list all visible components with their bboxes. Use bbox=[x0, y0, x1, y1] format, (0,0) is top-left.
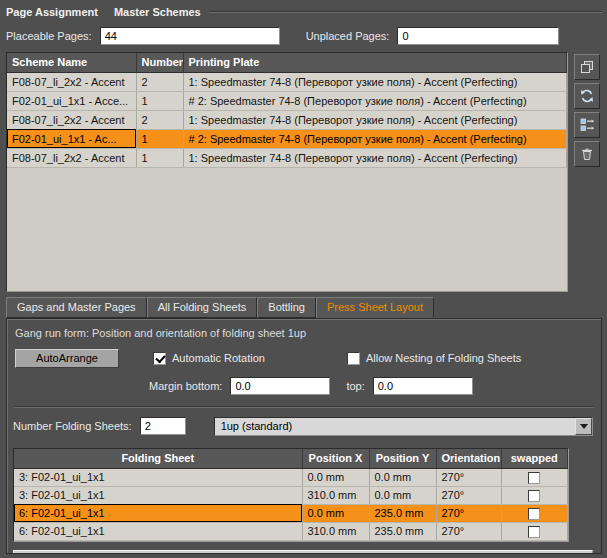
assign-icon bbox=[579, 117, 595, 133]
folding-row[interactable]: 6: F02-01_ui_1x1 310.0 mm 235.0 mm 270° bbox=[14, 522, 568, 540]
duplicate-button[interactable] bbox=[574, 54, 600, 80]
scheme-name-cell: F02-01_ui_1x1 - Ac... bbox=[7, 129, 136, 148]
folding-row-selected[interactable]: 6: F02-01_ui_1x1 0.0 mm 235.0 mm 270° bbox=[14, 504, 568, 522]
orientation-cell: 270° bbox=[436, 522, 501, 540]
number-folding-sheets-input[interactable] bbox=[140, 417, 186, 435]
col-folding-sheet[interactable]: Folding Sheet bbox=[14, 449, 302, 468]
trash-icon bbox=[579, 146, 595, 162]
position-x-cell: 310.0 mm bbox=[302, 522, 369, 540]
unplaced-pages-label: Unplaced Pages: bbox=[306, 30, 390, 42]
gang-run-description: Gang run form: Position and orientation … bbox=[15, 327, 595, 339]
chevron-down-icon[interactable] bbox=[575, 418, 592, 435]
scheme-row-selected[interactable]: F02-01_ui_1x1 - Ac... 1 # 2: Speedmaster… bbox=[7, 129, 567, 148]
orientation-cell: 270° bbox=[436, 468, 501, 486]
scheme-number-cell: 2 bbox=[136, 110, 183, 129]
scheme-row[interactable]: F08-07_li_2x2 - Accent 2 1: Speedmaster … bbox=[7, 72, 567, 91]
allow-nesting-label: Allow Nesting of Folding Sheets bbox=[366, 352, 521, 364]
automatic-rotation-group: Automatic Rotation bbox=[153, 352, 265, 365]
orientation-cell: 270° bbox=[436, 486, 501, 504]
scheme-number-cell: 2 bbox=[136, 72, 183, 91]
col-printing-plate[interactable]: Printing Plate bbox=[183, 53, 567, 72]
scheme-number-cell: 1 bbox=[136, 91, 183, 110]
scheme-row[interactable]: F02-01_ui_1x1 - Acce... 1 # 2: Speedmast… bbox=[7, 91, 567, 110]
swapped-cell bbox=[501, 504, 568, 522]
scheme-number-cell: 1 bbox=[136, 129, 183, 148]
refresh-button[interactable] bbox=[574, 83, 600, 109]
automatic-rotation-checkbox[interactable] bbox=[153, 352, 166, 365]
tab-bar: Gaps and Master Pages All Folding Sheets… bbox=[6, 297, 602, 318]
scheme-plate-cell: # 2: Speedmaster 74-8 (Переворот узкие п… bbox=[183, 129, 567, 148]
folding-sheet-cell: 3: F02-01_ui_1x1 bbox=[14, 486, 302, 504]
scheme-plate-cell: 1: Speedmaster 74-8 (Переворот узкие пол… bbox=[183, 110, 567, 129]
autoarrange-button[interactable]: AutoArrange bbox=[15, 349, 119, 368]
position-y-cell: 0.0 mm bbox=[369, 468, 436, 486]
position-y-cell: 235.0 mm bbox=[369, 504, 436, 522]
master-schemes-header[interactable]: Master Schemes bbox=[114, 6, 201, 18]
folding-row[interactable]: 3: F02-01_ui_1x1 0.0 mm 0.0 mm 270° bbox=[14, 468, 568, 486]
scheme-plate-cell: # 2: Speedmaster 74-8 (Переворот узкие п… bbox=[183, 91, 567, 110]
duplicate-icon bbox=[579, 59, 595, 75]
unplaced-pages-input[interactable] bbox=[397, 27, 559, 45]
placeable-pages-input[interactable] bbox=[100, 27, 280, 45]
press-sheet-layout-pane: Gang run form: Position and orientation … bbox=[6, 318, 602, 554]
folding-row[interactable]: 3: F02-01_ui_1x1 310.0 mm 0.0 mm 270° bbox=[14, 486, 568, 504]
tab-bottling[interactable]: Bottling bbox=[257, 297, 316, 318]
section-header-row: Page Assignment Master Schemes bbox=[6, 4, 602, 20]
scheme-number-cell: 1 bbox=[136, 148, 183, 167]
margin-bottom-label: Margin bottom: bbox=[149, 380, 222, 392]
swapped-checkbox[interactable] bbox=[528, 508, 540, 520]
margin-top-label: top: bbox=[346, 380, 364, 392]
position-y-cell: 0.0 mm bbox=[369, 486, 436, 504]
scheme-row[interactable]: F08-07_li_2x2 - Accent 1 1: Speedmaster … bbox=[7, 148, 567, 167]
col-number[interactable]: Number bbox=[136, 53, 183, 72]
col-position-x[interactable]: Position X bbox=[302, 449, 369, 468]
scheme-name-cell: F02-01_ui_1x1 - Acce... bbox=[7, 91, 136, 110]
folding-sheet-cell: 3: F02-01_ui_1x1 bbox=[14, 468, 302, 486]
swapped-checkbox[interactable] bbox=[528, 526, 540, 538]
schemes-header-row: Scheme Name Number Printing Plate bbox=[7, 53, 567, 72]
orientation-cell: 270° bbox=[436, 504, 501, 522]
position-x-cell: 0.0 mm bbox=[302, 504, 369, 522]
schemes-area: Scheme Name Number Printing Plate F08-07… bbox=[6, 52, 602, 292]
horizontal-scrollbar[interactable] bbox=[13, 550, 593, 554]
page-assignment-header[interactable]: Page Assignment bbox=[6, 6, 98, 18]
margin-top-input[interactable] bbox=[373, 377, 473, 395]
assign-button[interactable] bbox=[574, 112, 600, 138]
tab-press-sheet-layout[interactable]: Press Sheet Layout bbox=[316, 297, 434, 318]
arrange-controls-row: AutoArrange Automatic Rotation Allow Nes… bbox=[13, 348, 595, 368]
swapped-checkbox[interactable] bbox=[528, 490, 540, 502]
refresh-icon bbox=[579, 88, 595, 104]
col-orientation[interactable]: Orientation bbox=[436, 449, 501, 468]
swapped-cell bbox=[501, 468, 568, 486]
position-x-cell: 310.0 mm bbox=[302, 486, 369, 504]
scheme-plate-cell: 1: Speedmaster 74-8 (Переворот узкие пол… bbox=[183, 148, 567, 167]
scheme-row[interactable]: F08-07_li_2x2 - Accent 2 1: Speedmaster … bbox=[7, 110, 567, 129]
margin-bottom-input[interactable] bbox=[230, 377, 330, 395]
tab-gaps-and-master-pages[interactable]: Gaps and Master Pages bbox=[6, 297, 147, 318]
col-swapped[interactable]: swapped bbox=[501, 449, 568, 468]
tab-all-folding-sheets[interactable]: All Folding Sheets bbox=[147, 297, 258, 318]
number-folding-sheets-label: Number Folding Sheets: bbox=[13, 420, 132, 432]
folding-sheet-cell: 6: F02-01_ui_1x1 bbox=[14, 522, 302, 540]
swapped-cell bbox=[501, 522, 568, 540]
delete-button[interactable] bbox=[574, 141, 600, 167]
folding-type-value: 1up (standard) bbox=[215, 420, 575, 432]
allow-nesting-group: Allow Nesting of Folding Sheets bbox=[347, 352, 521, 365]
col-position-y[interactable]: Position Y bbox=[369, 449, 436, 468]
swapped-checkbox[interactable] bbox=[528, 472, 540, 484]
folding-sheets-count-row: Number Folding Sheets: 1up (standard) bbox=[13, 416, 595, 436]
margins-row: Margin bottom: top: bbox=[149, 376, 595, 396]
folding-type-dropdown[interactable]: 1up (standard) bbox=[214, 417, 593, 436]
schemes-table: Scheme Name Number Printing Plate F08-07… bbox=[6, 52, 568, 292]
scheme-name-cell: F08-07_li_2x2 - Accent bbox=[7, 148, 136, 167]
pages-count-row: Placeable Pages: Unplaced Pages: bbox=[6, 26, 602, 46]
allow-nesting-checkbox[interactable] bbox=[347, 352, 360, 365]
header-divider bbox=[209, 11, 602, 13]
automatic-rotation-label: Automatic Rotation bbox=[172, 352, 265, 364]
page-assignment-panel: Page Assignment Master Schemes Placeable… bbox=[0, 0, 607, 558]
section-separator bbox=[15, 406, 593, 408]
folding-sheet-cell: 6: F02-01_ui_1x1 bbox=[14, 504, 302, 522]
col-scheme-name[interactable]: Scheme Name bbox=[7, 53, 136, 72]
folding-sheets-table: Folding Sheet Position X Position Y Orie… bbox=[13, 448, 569, 542]
folding-header-row: Folding Sheet Position X Position Y Orie… bbox=[14, 449, 568, 468]
